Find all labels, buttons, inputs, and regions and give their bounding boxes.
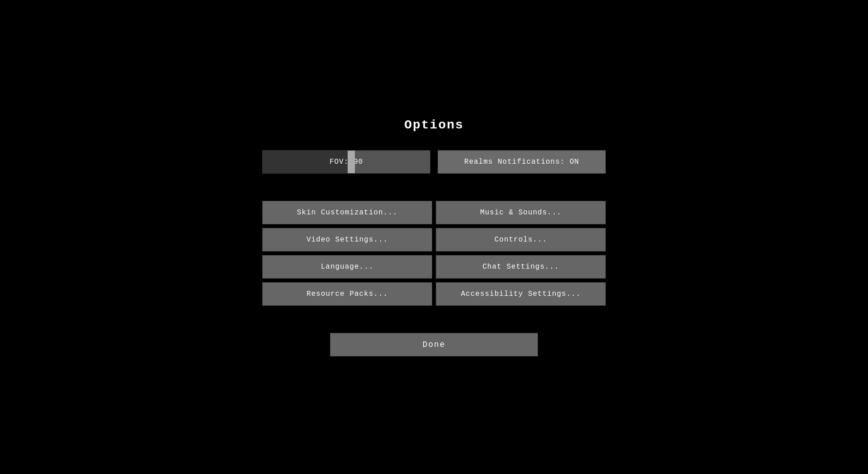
settings-grid: Skin Customization... Music & Sounds... … [262,201,606,306]
music-sounds-button[interactable]: Music & Sounds... [436,201,606,224]
realms-notifications-button[interactable]: Realms Notifications: ON [438,150,606,174]
page-title: Options [404,118,464,132]
language-button[interactable]: Language... [262,255,432,279]
chat-settings-button[interactable]: Chat Settings... [436,255,606,279]
slider-thumb[interactable] [348,151,355,173]
video-settings-button[interactable]: Video Settings... [262,228,432,251]
options-container: Options FOV: 90 Realms Notifications: ON… [262,118,606,356]
done-button[interactable]: Done [330,333,538,356]
skin-customization-button[interactable]: Skin Customization... [262,201,432,224]
accessibility-settings-button[interactable]: Accessibility Settings... [436,282,606,306]
fov-label: FOV: 90 [330,158,363,166]
controls-button[interactable]: Controls... [436,228,606,251]
fov-slider[interactable]: FOV: 90 [262,150,430,174]
resource-packs-button[interactable]: Resource Packs... [262,282,432,306]
top-row: FOV: 90 Realms Notifications: ON [262,150,606,174]
